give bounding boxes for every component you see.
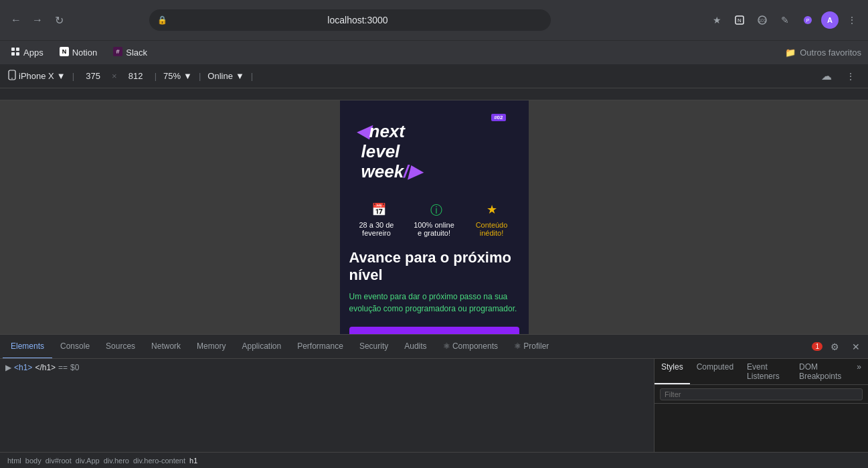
- calendar-icon: 📅: [371, 202, 386, 218]
- svg-text:P: P: [806, 18, 810, 23]
- right-arrow-icon: ▶: [408, 161, 422, 181]
- styles-filter-input[interactable]: [660, 388, 863, 400]
- menu-icon[interactable]: ⋮: [843, 11, 861, 29]
- devtools-settings-icon[interactable]: ⚙: [825, 337, 844, 356]
- divider1: |: [72, 71, 74, 81]
- browser-top-bar: ← → ↻ 🔒 localhost:3000 ★ N 101 ✎ P A ⋮: [0, 0, 868, 40]
- divider4: |: [251, 71, 253, 81]
- tab-elements[interactable]: Elements: [3, 335, 52, 359]
- devtools-tabs-bar: Elements Console Sources Network Memory …: [0, 335, 868, 359]
- path-div-root[interactable]: div#root: [44, 457, 74, 465]
- tab-security[interactable]: Security: [351, 335, 396, 359]
- extension2-icon[interactable]: 101: [753, 11, 772, 29]
- more-options-icon[interactable]: ⋮: [841, 67, 860, 86]
- height-input[interactable]: [124, 71, 148, 81]
- width-input[interactable]: [81, 71, 105, 81]
- tab-audits[interactable]: Audits: [396, 335, 434, 359]
- styles-tabs: Styles Computed Event Listeners DOM Brea…: [655, 359, 868, 385]
- feature1-text: 28 a 30 defevereiro: [349, 221, 404, 237]
- svg-rect-8: [11, 52, 15, 56]
- left-arrow-icon: ◀: [356, 121, 369, 141]
- dom-h1-close: </h1>: [35, 363, 56, 372]
- tab-console[interactable]: Console: [52, 335, 98, 359]
- back-button[interactable]: ←: [7, 11, 25, 29]
- rotate-icon[interactable]: ☁: [817, 67, 836, 86]
- path-body[interactable]: body: [23, 457, 44, 465]
- svg-rect-6: [11, 48, 15, 51]
- bookmark-slack[interactable]: # Slack: [109, 45, 151, 60]
- hero-title: Avance para o próximo nível: [349, 249, 519, 285]
- path-div-app[interactable]: div.App: [74, 457, 102, 465]
- dom-dollar0: $0: [70, 363, 79, 372]
- logo-badge: #02: [491, 114, 505, 121]
- feature2-text: 100% onlinee gratuito!: [407, 221, 462, 237]
- logo-line3: week: [356, 161, 404, 181]
- zoom-level: 75%: [163, 71, 181, 81]
- path-h1[interactable]: h1: [187, 457, 199, 465]
- forward-button[interactable]: →: [28, 11, 47, 29]
- divider3: |: [199, 71, 201, 81]
- dom-tree: ▶ <h1> </h1> == $0: [0, 359, 654, 452]
- tab-profiler[interactable]: ⚛ Profiler: [506, 335, 557, 359]
- nav-buttons: ← → ↻: [7, 11, 68, 29]
- bookmark-apps[interactable]: Apps: [7, 45, 48, 60]
- avatar[interactable]: A: [821, 11, 839, 29]
- feature3-text: Conteúdoinédito!: [464, 221, 519, 237]
- lock-icon: 🔒: [157, 15, 167, 25]
- phone-preview: #02 ◀next level week/▶ 📅 ⓘ ★ 28 a 30 def…: [340, 100, 529, 334]
- cta-button[interactable]: QUERO PARTICIPAR: [349, 327, 519, 334]
- bookmark-icon[interactable]: ★: [707, 11, 726, 29]
- device-name: iPhone X: [19, 71, 54, 81]
- dom-equals: ==: [58, 363, 68, 372]
- devtools-toggle-icon[interactable]: ✎: [776, 11, 794, 29]
- svg-text:#: #: [116, 48, 120, 55]
- reload-button[interactable]: ↻: [50, 11, 68, 29]
- tab-application[interactable]: Application: [234, 335, 289, 359]
- zoom-chevron-icon: ▼: [183, 71, 192, 81]
- devtools-close-icon[interactable]: ✕: [847, 337, 865, 356]
- svg-text:101: 101: [758, 18, 766, 23]
- device-bar: iPhone X ▼ | × | 75% ▼ | Online ▼ | ☁ ⋮: [0, 64, 868, 88]
- svg-rect-7: [16, 48, 19, 51]
- extension1-icon[interactable]: N: [730, 11, 749, 29]
- device-selector[interactable]: iPhone X ▼: [8, 70, 66, 82]
- error-badge: 1: [812, 342, 822, 351]
- devtools-panel: Elements Console Sources Network Memory …: [0, 334, 868, 468]
- dom-h1-open: <h1>: [14, 363, 32, 372]
- zoom-selector[interactable]: 75% ▼: [163, 71, 192, 81]
- path-div-hero-content[interactable]: div.hero-content: [131, 457, 187, 465]
- tab-sources[interactable]: Sources: [98, 335, 143, 359]
- tab-event-listeners[interactable]: Event Listeners: [740, 359, 792, 384]
- info-icon: ⓘ: [430, 202, 442, 218]
- svg-point-15: [11, 78, 13, 79]
- tab-network[interactable]: Network: [143, 335, 189, 359]
- tab-dom-breakpoints[interactable]: DOM Breakpoints: [792, 359, 850, 384]
- apps-icon: [11, 47, 20, 58]
- network-selector[interactable]: Online ▼: [207, 71, 244, 81]
- outros-favoritos-label: Outros favoritos: [800, 48, 861, 58]
- tab-more-styles[interactable]: »: [850, 359, 868, 384]
- svg-rect-9: [16, 52, 19, 56]
- tab-computed[interactable]: Computed: [690, 359, 740, 384]
- path-html[interactable]: html: [5, 457, 23, 465]
- folder-icon: 📁: [785, 48, 796, 58]
- extension3-icon[interactable]: P: [798, 11, 817, 29]
- breadcrumb-path: html body div#root div.App div.hero div.…: [0, 452, 868, 468]
- svg-text:N: N: [737, 17, 742, 23]
- logo-line1: next: [369, 121, 405, 141]
- bookmarks-right: 📁 Outros favoritos: [785, 48, 861, 58]
- notion-icon: N: [60, 47, 69, 58]
- dom-expand-icon[interactable]: ▶: [5, 363, 11, 372]
- tab-styles[interactable]: Styles: [655, 359, 690, 384]
- tab-components[interactable]: ⚛ Components: [435, 335, 506, 359]
- device-bar-actions: ☁ ⋮: [817, 67, 860, 86]
- bookmark-notion[interactable]: N Notion: [56, 45, 102, 60]
- tab-performance[interactable]: Performance: [289, 335, 351, 359]
- ruler: [0, 88, 868, 100]
- path-div-hero[interactable]: div.hero: [102, 457, 131, 465]
- slack-icon: #: [113, 47, 122, 58]
- logo-area: #02 ◀next level week/▶: [349, 111, 519, 189]
- address-bar[interactable]: 🔒 localhost:3000: [149, 9, 551, 31]
- svg-text:N: N: [62, 48, 66, 55]
- tab-memory[interactable]: Memory: [189, 335, 234, 359]
